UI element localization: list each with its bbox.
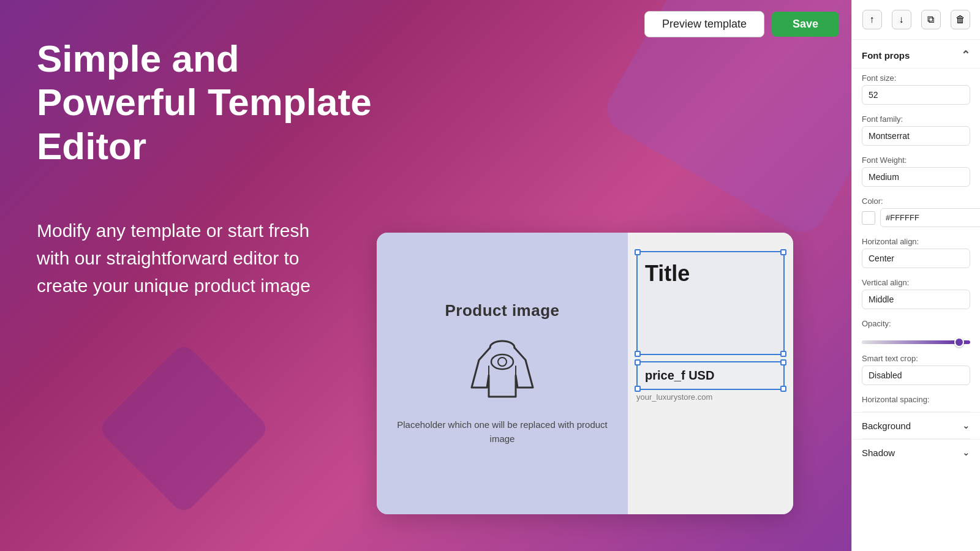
- horizontal-align-label: Horizontal align:: [862, 237, 970, 246]
- color-input[interactable]: [880, 208, 980, 227]
- placeholder-text: Placeholder which one will be replaced w…: [395, 418, 609, 446]
- toolbar: Preview template Save: [632, 0, 851, 48]
- price-handle-br[interactable]: [780, 386, 786, 392]
- vertical-align-field: Vertical align:: [852, 273, 980, 314]
- handle-bl[interactable]: [635, 351, 641, 357]
- right-panel: ↑ ↓ ⧉ 🗑 Font props ⌃ Font size: Font fam…: [851, 0, 980, 551]
- horizontal-spacing-field: Horizontal spacing:: [852, 390, 980, 411]
- shadow-chevron: ⌄: [962, 447, 970, 458]
- canvas-wrapper: Product image Placeholder which one will…: [318, 233, 851, 514]
- font-size-field: Font size:: [852, 69, 980, 110]
- price-handle-tl[interactable]: [635, 359, 641, 365]
- template-right: Title price_f USD your_luxurystore.com: [628, 233, 793, 514]
- move-down-button[interactable]: ↓: [892, 10, 911, 29]
- font-family-input[interactable]: [862, 126, 970, 146]
- price-element[interactable]: price_f USD: [636, 361, 785, 390]
- font-weight-label: Font Weight:: [862, 156, 970, 165]
- delete-icon: 🗑: [956, 14, 965, 25]
- color-label: Color:: [862, 197, 970, 206]
- template-left: Product image Placeholder which one will…: [377, 233, 628, 514]
- smart-text-crop-input[interactable]: [862, 365, 970, 385]
- opacity-thumb[interactable]: [954, 337, 964, 347]
- hero-subtitle: Modify any template or start fresh with …: [37, 217, 331, 299]
- title-element[interactable]: Title: [636, 251, 785, 355]
- preview-template-button[interactable]: Preview template: [644, 11, 764, 37]
- save-button[interactable]: Save: [772, 12, 839, 37]
- vertical-align-input[interactable]: [862, 290, 970, 309]
- watermark-text: your_luxurystore.com: [628, 392, 793, 402]
- price-handle-tr[interactable]: [780, 359, 786, 365]
- title-text: Title: [645, 261, 776, 287]
- font-weight-field: Font Weight:: [852, 151, 980, 192]
- font-weight-input[interactable]: [862, 167, 970, 187]
- down-icon: ↓: [899, 14, 904, 25]
- shadow-section[interactable]: Shadow ⌄: [852, 439, 980, 465]
- handle-tl[interactable]: [635, 249, 641, 255]
- price-text: price_f USD: [645, 369, 776, 383]
- hoodie-icon: [466, 332, 539, 406]
- background-chevron: ⌄: [962, 420, 970, 431]
- move-up-button[interactable]: ↑: [862, 10, 882, 29]
- price-handle-bl[interactable]: [635, 386, 641, 392]
- copy-icon: ⧉: [927, 14, 934, 25]
- font-size-label: Font size:: [862, 73, 970, 83]
- smart-text-crop-field: Smart text crop:: [852, 349, 980, 390]
- vertical-align-label: Vertical align:: [862, 278, 970, 287]
- panel-toolbar: ↑ ↓ ⧉ 🗑: [852, 0, 980, 40]
- opacity-field: Opacity:: [852, 314, 980, 335]
- horizontal-spacing-label: Horizontal spacing:: [862, 395, 970, 404]
- hero-title: Simple and Powerful Template Editor: [37, 37, 404, 168]
- font-family-field: Font family:: [852, 110, 980, 151]
- opacity-slider[interactable]: [862, 340, 970, 344]
- svg-point-1: [498, 358, 507, 366]
- color-swatch[interactable]: [862, 211, 875, 225]
- opacity-slider-wrapper: [852, 335, 980, 349]
- opacity-label: Opacity:: [862, 319, 970, 328]
- background-label: Background: [862, 421, 911, 431]
- horizontal-align-input[interactable]: [862, 249, 970, 268]
- product-image-label: Product image: [445, 301, 559, 320]
- smart-text-crop-label: Smart text crop:: [862, 354, 970, 363]
- background-section[interactable]: Background ⌄: [852, 412, 980, 438]
- shadow-label: Shadow: [862, 448, 895, 458]
- handle-br[interactable]: [780, 351, 786, 357]
- handle-tr[interactable]: [780, 249, 786, 255]
- font-props-header[interactable]: Font props ⌃: [852, 40, 980, 69]
- font-props-chevron[interactable]: ⌃: [961, 48, 970, 62]
- copy-button[interactable]: ⧉: [921, 10, 941, 29]
- color-field: Color:: [852, 192, 980, 232]
- up-icon: ↑: [870, 14, 875, 25]
- font-props-label: Font props: [862, 50, 910, 61]
- main-area: Preview template Save Simple and Powerfu…: [0, 0, 851, 551]
- color-row: [862, 208, 970, 227]
- template-canvas[interactable]: Product image Placeholder which one will…: [377, 233, 793, 514]
- horizontal-align-field: Horizontal align:: [852, 232, 980, 273]
- svg-point-0: [491, 354, 513, 369]
- delete-button[interactable]: 🗑: [951, 10, 970, 29]
- font-size-input[interactable]: [862, 85, 970, 105]
- font-family-label: Font family:: [862, 114, 970, 124]
